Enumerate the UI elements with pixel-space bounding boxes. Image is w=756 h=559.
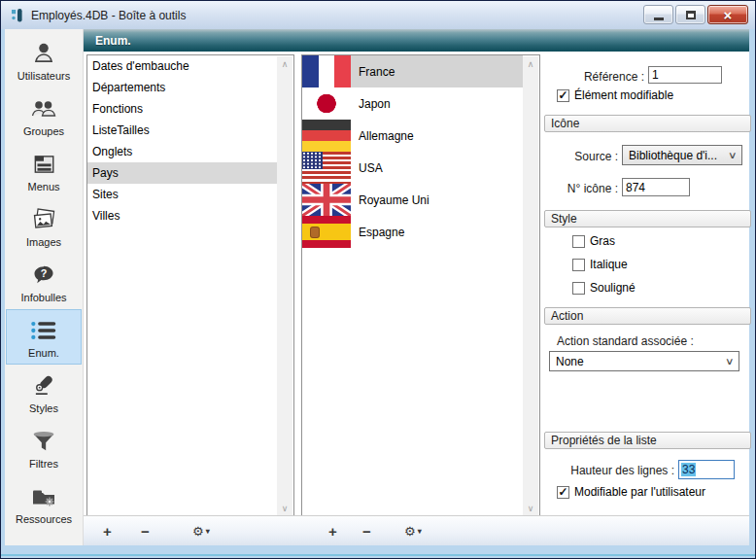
- list-item[interactable]: Allemagne: [302, 120, 523, 152]
- flag-spain-icon: [302, 216, 351, 248]
- scrollbar-vertical[interactable]: ∧ ∨: [277, 56, 292, 515]
- sidebar-item-label: Enum.: [28, 347, 59, 359]
- user-modifiable-row: ✓ Modifiable par l'utilisateur: [557, 485, 705, 499]
- sidebar-item-label: Filtres: [29, 458, 58, 470]
- icon-source-value: Bibliothèque d'i...: [629, 149, 717, 162]
- flag-uk-icon: [302, 184, 351, 216]
- menus-icon: [31, 150, 56, 179]
- window-controls: ×: [643, 5, 748, 24]
- minimize-button[interactable]: [643, 5, 673, 24]
- maximize-icon: [686, 11, 696, 19]
- list-item[interactable]: USA: [302, 152, 523, 184]
- sidebar-item-groupes[interactable]: Groupes: [6, 87, 82, 143]
- list-item[interactable]: Dates d'embauche: [87, 55, 277, 77]
- section-header: Enum.: [84, 29, 749, 52]
- caret-down-icon: ▾: [418, 527, 422, 536]
- icon-group-header: Icône: [544, 115, 751, 132]
- window-frame-accent: [1, 554, 755, 556]
- element-modifiable-label: Élément modifiable: [574, 88, 673, 102]
- scroll-up-icon[interactable]: ∧: [528, 56, 534, 71]
- images-icon: [31, 205, 57, 234]
- folder-gear-icon: [30, 482, 57, 511]
- sidebar-item-label: Groupes: [23, 125, 64, 137]
- tooltip-bubble-icon: ?: [31, 261, 56, 290]
- groups-icon: [30, 94, 57, 123]
- list-item[interactable]: Départements: [87, 77, 277, 98]
- sidebar-item-label: Images: [26, 236, 61, 248]
- sidebar-item-ressources[interactable]: Ressources: [6, 475, 82, 531]
- country-label: Royaume Uni: [359, 193, 430, 207]
- sidebar-item-styles[interactable]: Styles: [6, 365, 82, 420]
- bold-label: Gras: [590, 234, 615, 248]
- flag-usa-icon: [302, 152, 351, 184]
- section-title: Enum.: [95, 34, 131, 48]
- row-height-input[interactable]: 33: [678, 460, 735, 479]
- sidebar-item-label: Infobulles: [20, 292, 66, 303]
- toolbox-window: Employés.4DB - Boîte à outils × Utilisat…: [0, 0, 756, 559]
- country-label: Japon: [359, 97, 391, 111]
- element-modifiable-checkbox[interactable]: ✓: [557, 89, 569, 102]
- scroll-down-icon[interactable]: ∨: [528, 501, 534, 515]
- source-label: Source :: [540, 150, 618, 163]
- list-item[interactable]: Sites: [87, 184, 277, 205]
- flag-japan-icon: [302, 87, 351, 120]
- close-icon: ×: [724, 8, 733, 22]
- standard-action-label: Action standard associée :: [557, 334, 694, 348]
- list-item[interactable]: Espagne: [302, 216, 523, 248]
- user-modifiable-checkbox[interactable]: ✓: [557, 486, 569, 499]
- value-actions-button[interactable]: ⚙ ▾: [404, 520, 422, 542]
- list-item[interactable]: ListeTailles: [87, 120, 277, 141]
- list-item-selected[interactable]: Pays: [87, 162, 277, 184]
- content-area: Dates d'embauche Départements Fonctions …: [84, 52, 749, 545]
- window-body: Utilisateurs Groupes: [5, 29, 749, 545]
- element-modifiable-row: ✓ Élément modifiable: [557, 88, 673, 102]
- sidebar-item-menus[interactable]: Menus: [6, 143, 82, 198]
- scrollbar-vertical[interactable]: ∧ ∨: [523, 56, 538, 515]
- list-item[interactable]: Japon: [302, 87, 523, 120]
- titlebar[interactable]: Employés.4DB - Boîte à outils ×: [1, 1, 755, 29]
- sidebar-item-utilisateurs[interactable]: Utilisateurs: [6, 32, 82, 87]
- icon-number-label: N° icône :: [540, 182, 618, 195]
- underline-checkbox[interactable]: ✓: [572, 282, 585, 295]
- funnel-icon: [31, 427, 56, 456]
- bold-checkbox[interactable]: ✓: [572, 235, 585, 248]
- add-value-button[interactable]: +: [328, 520, 337, 542]
- caret-down-icon: ▾: [206, 527, 210, 536]
- enumeration-actions-button[interactable]: ⚙ ▾: [192, 520, 210, 542]
- bold-row: ✓ Gras: [572, 234, 615, 248]
- sidebar-item-infobulles[interactable]: ? Infobulles: [6, 254, 82, 309]
- chevron-down-icon: ∨: [728, 150, 738, 160]
- scroll-up-icon[interactable]: ∧: [282, 56, 289, 71]
- list-properties-group-header: Propriétés de la liste: [544, 432, 751, 449]
- standard-action-dropdown[interactable]: None ∨: [549, 351, 739, 371]
- sidebar-item-images[interactable]: Images: [6, 198, 82, 254]
- sidebar-item-enum[interactable]: Enum.: [6, 309, 82, 365]
- list-item-selected[interactable]: France: [302, 55, 523, 87]
- remove-value-button[interactable]: −: [362, 520, 371, 542]
- list-item[interactable]: Fonctions: [87, 98, 277, 120]
- underline-row: ✓ Souligné: [572, 281, 636, 295]
- checkmark-icon: ✓: [558, 487, 567, 497]
- row-height-label: Hauteur des lignes :: [550, 464, 674, 477]
- enumerations-list: Dates d'embauche Départements Fonctions …: [86, 54, 294, 517]
- row-height-value: 33: [681, 463, 696, 476]
- list-toolbar: + − ⚙ ▾ + − ⚙ ▾: [84, 515, 749, 545]
- list-item[interactable]: Onglets: [87, 141, 277, 162]
- scroll-down-icon[interactable]: ∨: [282, 501, 289, 515]
- app-icon: [10, 8, 25, 23]
- standard-action-value: None: [556, 355, 584, 368]
- italic-checkbox[interactable]: ✓: [572, 259, 585, 271]
- close-button[interactable]: ×: [707, 5, 748, 24]
- list-item[interactable]: Royaume Uni: [302, 184, 523, 216]
- reference-input[interactable]: [648, 66, 722, 84]
- enum-values-list: France Japon Allemagne USA: [301, 54, 540, 517]
- sidebar: Utilisateurs Groupes: [5, 29, 84, 545]
- icon-number-input[interactable]: [622, 178, 690, 196]
- maximize-button[interactable]: [675, 5, 705, 24]
- style-group-header: Style: [544, 210, 751, 227]
- list-item[interactable]: Villes: [87, 205, 277, 227]
- sidebar-item-filtres[interactable]: Filtres: [6, 420, 82, 475]
- icon-source-dropdown[interactable]: Bibliothèque d'i... ∨: [622, 145, 742, 165]
- add-enumeration-button[interactable]: +: [103, 520, 112, 542]
- remove-enumeration-button[interactable]: −: [141, 520, 150, 542]
